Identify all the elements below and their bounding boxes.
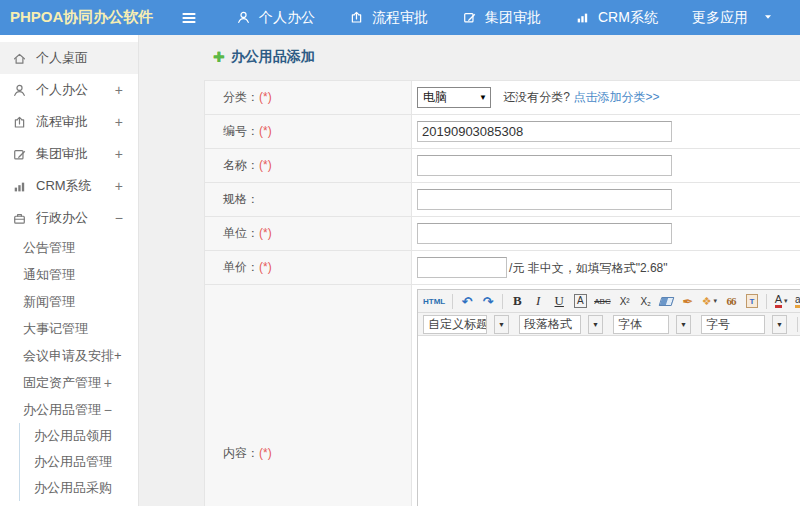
- eraser-button[interactable]: [660, 292, 674, 310]
- page-title-text: 办公用品添加: [231, 48, 315, 66]
- price-label: 单价：(*): [205, 251, 412, 285]
- form-row-category: 分类：(*) 电脑▼ 还没有分类? 点击添加分类>>: [205, 81, 800, 115]
- sidebar-item-memorabilia-mgmt[interactable]: 大事记管理: [0, 315, 138, 342]
- briefcase-icon: [12, 211, 27, 226]
- chart-icon: [575, 10, 590, 25]
- collapse-icon: −: [104, 402, 138, 418]
- blockquote-button[interactable]: 66: [724, 292, 738, 310]
- eraser-icon: [659, 297, 675, 306]
- font-family-select-arrow[interactable]: ▼: [676, 315, 691, 334]
- home-icon: [12, 51, 27, 66]
- subscript-icon: X₂: [640, 296, 651, 307]
- name-label: 名称：(*): [205, 149, 412, 183]
- required-marker: (*): [259, 124, 272, 138]
- paragraph-format-select-arrow[interactable]: ▼: [588, 315, 603, 334]
- toolbar-separator: [766, 294, 767, 309]
- sidebar-item-office-supplies-mgmt[interactable]: 办公用品管理−: [0, 396, 138, 423]
- redo-button[interactable]: ↷: [481, 292, 495, 310]
- bold-icon: B: [513, 293, 522, 309]
- custom-title-select[interactable]: 自定义标题: [423, 315, 487, 334]
- sidebar-item-meeting-request[interactable]: 会议申请及安排+: [0, 342, 138, 369]
- underline-button[interactable]: U: [552, 292, 566, 310]
- sidebar-item-office-supplies-manage[interactable]: 办公用品管理: [20, 449, 138, 475]
- sidebar-item-fixed-assets-mgmt[interactable]: 固定资产管理+: [0, 369, 138, 396]
- form-row-content: 内容：(*) HTML↶↷BIUAABCX²X₂✒❖▾66TA▾ab▾ 自定义标…: [205, 285, 800, 506]
- sidebar-item-label: CRM系统: [36, 177, 92, 195]
- sidebar-item-group-approval[interactable]: 集团审批+: [0, 138, 138, 170]
- sidebar-item-announcement-mgmt[interactable]: 公告管理: [0, 234, 138, 261]
- expand-icon: +: [115, 146, 138, 162]
- font-size-select-arrow[interactable]: ▼: [772, 315, 787, 334]
- nav-item-label: 集团审批: [485, 9, 541, 27]
- italic-button[interactable]: I: [531, 292, 545, 310]
- sidebar-item-workflow-approval[interactable]: 流程审批+: [0, 106, 138, 138]
- undo-button[interactable]: ↶: [460, 292, 474, 310]
- category-select[interactable]: 电脑▼: [417, 87, 491, 108]
- expand-icon: +: [115, 114, 138, 130]
- hamburger-menu-icon[interactable]: [180, 9, 198, 27]
- required-marker: (*): [259, 158, 272, 172]
- paragraph-format-select[interactable]: 段落格式: [519, 315, 581, 334]
- code-label: 编号：(*): [205, 115, 412, 149]
- font-family-select[interactable]: 字体: [613, 315, 669, 334]
- sidebar-item-notice-mgmt[interactable]: 通知管理: [0, 261, 138, 288]
- undo-icon: ↶: [462, 294, 473, 309]
- sidebar-item-label: 行政办公: [36, 209, 88, 227]
- nav-item-workflow-approval[interactable]: 流程审批: [349, 9, 428, 27]
- expand-icon: +: [115, 82, 138, 98]
- nav-item-personal-office[interactable]: 个人办公: [236, 9, 315, 27]
- form-row-unit: 单位：(*): [205, 217, 800, 251]
- required-marker: (*): [259, 226, 272, 240]
- highlight-color-button[interactable]: ab▾: [795, 292, 800, 310]
- more-apps-label: 更多应用: [692, 9, 748, 27]
- expand-icon: +: [115, 178, 138, 194]
- auto-format-button[interactable]: ❖▾: [702, 292, 717, 310]
- bold-button[interactable]: B: [510, 292, 524, 310]
- sidebar-item-label: 新闻管理: [23, 293, 75, 311]
- chart-icon: [12, 179, 27, 194]
- strikethrough-button[interactable]: ABC: [594, 292, 610, 310]
- subscript-button[interactable]: X₂: [639, 292, 653, 310]
- form-row-code: 编号：(*): [205, 115, 800, 149]
- sidebar-item-admin-office[interactable]: 行政办公−: [0, 202, 138, 234]
- custom-title-select-arrow[interactable]: ▼: [494, 315, 509, 334]
- app-logo: PHPOA协同办公软件: [0, 8, 180, 27]
- sidebar-item-personal-desktop[interactable]: 个人桌面: [0, 42, 138, 74]
- redo-icon: ↷: [483, 294, 494, 309]
- sidebar-item-office-supplies-requisition[interactable]: 办公用品领用: [20, 423, 138, 449]
- flow-icon: [349, 10, 364, 25]
- sidebar-item-office-supplies-purchase[interactable]: 办公用品采购: [20, 475, 138, 501]
- chevron-down-icon: ▾: [784, 297, 788, 305]
- sidebar-subgroup: 办公用品领用办公用品管理办公用品采购: [19, 423, 138, 501]
- add-category-link[interactable]: 点击添加分类>>: [573, 90, 659, 104]
- html-source-button[interactable]: HTML: [423, 292, 445, 310]
- nav-item-crm-system[interactable]: CRM系统: [575, 9, 658, 27]
- font-size-select[interactable]: 字号: [701, 315, 765, 334]
- sidebar-item-personal-office[interactable]: 个人办公+: [0, 74, 138, 106]
- editor-toolbar-row2: 自定义标题▼段落格式▼字体▼字号▼∞: [418, 313, 800, 336]
- nav-item-more-apps[interactable]: 更多应用: [692, 9, 774, 27]
- name-input[interactable]: [417, 155, 672, 176]
- expand-icon: +: [104, 375, 138, 391]
- editor-content-area[interactable]: [418, 336, 800, 506]
- boxed-a-button[interactable]: A: [573, 292, 587, 310]
- edit-icon: [12, 147, 27, 162]
- editor-toolbar-row1: HTML↶↷BIUAABCX²X₂✒❖▾66TA▾ab▾: [418, 290, 800, 313]
- spec-input[interactable]: [417, 189, 672, 210]
- unit-input[interactable]: [417, 223, 672, 244]
- page-title: ✚ 办公用品添加: [213, 48, 800, 66]
- sidebar-item-label: 办公用品管理: [34, 453, 112, 471]
- format-brush-button[interactable]: ✒: [681, 292, 695, 310]
- flow-icon: [12, 115, 27, 130]
- unit-label: 单位：(*): [205, 217, 412, 251]
- nav-item-group-approval[interactable]: 集团审批: [462, 9, 541, 27]
- code-input[interactable]: [417, 121, 672, 142]
- sidebar-item-news-mgmt[interactable]: 新闻管理: [0, 288, 138, 315]
- office-supply-form: 分类：(*) 电脑▼ 还没有分类? 点击添加分类>> 编号：(*) 名称：(*): [204, 80, 800, 506]
- sidebar-item-crm-system[interactable]: CRM系统+: [0, 170, 138, 202]
- superscript-button[interactable]: X²: [618, 292, 632, 310]
- paste-text-button[interactable]: T: [745, 292, 759, 310]
- toolbar-separator: [797, 317, 798, 332]
- price-input[interactable]: [417, 257, 507, 278]
- font-color-button[interactable]: A▾: [774, 292, 788, 310]
